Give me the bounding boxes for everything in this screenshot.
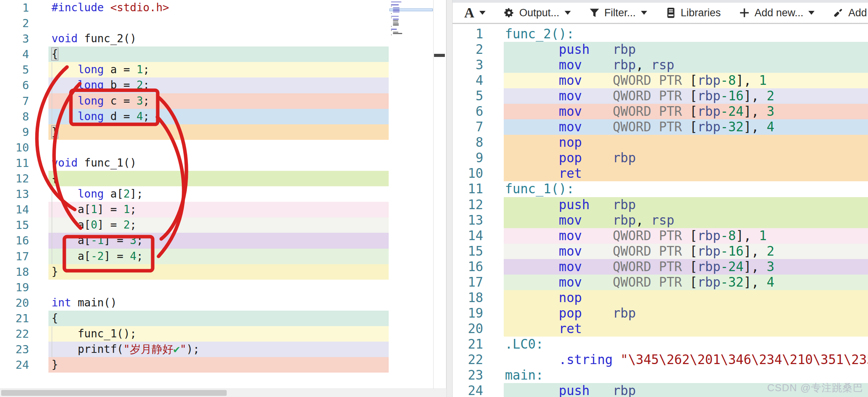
line-number[interactable]: 11: [0, 155, 29, 171]
horizontal-scrollbar[interactable]: [0, 388, 446, 397]
line-number[interactable]: 13: [453, 213, 483, 228]
code-line[interactable]: 11void func_1(): [0, 155, 446, 171]
line-number[interactable]: 2: [0, 15, 29, 31]
code-text[interactable]: #include <stdio.h>: [48, 0, 389, 15]
line-number[interactable]: 1: [0, 0, 29, 15]
code-line[interactable]: 18}: [0, 264, 446, 280]
line-number[interactable]: 15: [453, 244, 483, 259]
asm-line[interactable]: 20 ret: [453, 321, 868, 337]
asm-text[interactable]: nop: [504, 290, 868, 306]
line-number[interactable]: 7: [453, 119, 483, 135]
asm-line[interactable]: 4 mov QWORD PTR [rbp-8], 1: [453, 73, 868, 88]
code-text[interactable]: {: [48, 171, 389, 186]
line-number[interactable]: 14: [0, 202, 29, 217]
code-text[interactable]: void func_1(): [48, 155, 389, 171]
code-text[interactable]: }: [48, 124, 389, 140]
code-text[interactable]: }: [48, 357, 389, 373]
code-text[interactable]: {: [48, 46, 389, 62]
code-text[interactable]: long b = 2;: [48, 77, 389, 93]
asm-line[interactable]: 19 pop rbp: [453, 306, 868, 321]
asm-line[interactable]: 22 .string "\345\262\201\346\234\210\351…: [453, 352, 868, 368]
code-text[interactable]: a[-2] = 4;: [48, 249, 389, 264]
vertical-scrollbar-handle[interactable]: [434, 54, 445, 57]
line-number[interactable]: 6: [0, 77, 29, 93]
code-text[interactable]: func_1();: [48, 326, 389, 342]
code-line[interactable]: 22 func_1();: [0, 326, 446, 342]
code-text[interactable]: long a = 1;: [48, 62, 389, 77]
asm-line[interactable]: 17 mov QWORD PTR [rbp-32], 4: [453, 275, 868, 290]
asm-text[interactable]: nop: [504, 135, 868, 150]
code-text[interactable]: [48, 15, 389, 31]
toolbar-button-add-new[interactable]: Add new...: [739, 7, 815, 19]
code-line[interactable]: 21{: [0, 311, 446, 326]
asm-line[interactable]: 8 nop: [453, 135, 868, 150]
line-number[interactable]: 10: [453, 166, 483, 181]
asm-text[interactable]: .string "\345\262\201\346\234\210\351\23…: [504, 352, 868, 368]
code-line[interactable]: 19: [0, 280, 446, 295]
code-line[interactable]: 17 a[-2] = 4;: [0, 249, 446, 264]
line-number[interactable]: 4: [0, 46, 29, 62]
line-number[interactable]: 12: [453, 197, 483, 213]
asm-line[interactable]: 5 mov QWORD PTR [rbp-16], 2: [453, 88, 868, 104]
line-number[interactable]: 22: [453, 352, 483, 368]
line-number[interactable]: 1: [453, 26, 483, 42]
asm-line[interactable]: 21.LC0:: [453, 337, 868, 352]
code-line[interactable]: 10: [0, 140, 446, 155]
line-number[interactable]: 10: [0, 140, 29, 155]
code-text[interactable]: long c = 3;: [48, 93, 389, 109]
line-number[interactable]: 8: [453, 135, 483, 150]
code-line[interactable]: 24}: [0, 357, 446, 373]
code-line[interactable]: 7 long c = 3;: [0, 93, 446, 109]
asm-text[interactable]: func_1():: [504, 181, 868, 197]
line-number[interactable]: 18: [453, 290, 483, 306]
asm-line[interactable]: 1func_2():: [453, 26, 868, 42]
asm-line[interactable]: 16 mov QWORD PTR [rbp-24], 3: [453, 259, 868, 275]
toolbar-button-font-size[interactable]: A: [464, 5, 486, 21]
line-number[interactable]: 5: [453, 88, 483, 104]
code-line[interactable]: 23 printf("岁月静好✔");: [0, 342, 446, 357]
code-line[interactable]: 6 long b = 2;: [0, 77, 446, 93]
line-number[interactable]: 23: [0, 342, 29, 357]
code-text[interactable]: printf("岁月静好✔");: [48, 342, 389, 357]
asm-line[interactable]: 13 mov rbp, rsp: [453, 213, 868, 228]
line-number[interactable]: 19: [0, 280, 29, 295]
code-line[interactable]: 5 long a = 1;: [0, 62, 446, 77]
code-text[interactable]: long a[2];: [48, 186, 389, 202]
asm-line[interactable]: 6 mov QWORD PTR [rbp-24], 3: [453, 104, 868, 119]
code-line[interactable]: 3void func_2(): [0, 31, 446, 46]
asm-text[interactable]: push rbp: [504, 197, 868, 213]
asm-line[interactable]: 15 mov QWORD PTR [rbp-16], 2: [453, 244, 868, 259]
asm-line[interactable]: 11func_1():: [453, 181, 868, 197]
code-text[interactable]: {: [48, 311, 389, 326]
line-number[interactable]: 23: [453, 368, 483, 383]
code-line[interactable]: 9}: [0, 124, 446, 140]
asm-text[interactable]: mov QWORD PTR [rbp-24], 3: [504, 259, 868, 275]
asm-text[interactable]: mov QWORD PTR [rbp-8], 1: [504, 73, 868, 88]
code-line[interactable]: 13 long a[2];: [0, 186, 446, 202]
code-line[interactable]: 2: [0, 15, 446, 31]
toolbar-button-libraries[interactable]: Libraries: [665, 7, 721, 19]
asm-line[interactable]: 7 mov QWORD PTR [rbp-32], 4: [453, 119, 868, 135]
code-line[interactable]: 8 long d = 4;: [0, 109, 446, 124]
code-line[interactable]: 16 a[-1] = 3;: [0, 233, 446, 248]
asm-text[interactable]: mov rbp, rsp: [504, 213, 868, 228]
code-line[interactable]: 12{: [0, 171, 446, 186]
asm-text[interactable]: mov QWORD PTR [rbp-24], 3: [504, 104, 868, 119]
code-text[interactable]: a[0] = 2;: [48, 217, 389, 233]
asm-text[interactable]: pop rbp: [504, 150, 868, 166]
code-text[interactable]: [48, 280, 389, 295]
line-number[interactable]: 11: [453, 181, 483, 197]
code-line[interactable]: 1#include <stdio.h>: [0, 0, 446, 15]
code-line[interactable]: 20int main(): [0, 295, 446, 311]
asm-line[interactable]: 9 pop rbp: [453, 150, 868, 166]
line-number[interactable]: 3: [453, 57, 483, 73]
line-number[interactable]: 20: [453, 321, 483, 337]
line-number[interactable]: 3: [0, 31, 29, 46]
line-number[interactable]: 24: [453, 383, 483, 397]
line-number[interactable]: 22: [0, 326, 29, 342]
line-number[interactable]: 2: [453, 42, 483, 57]
line-number[interactable]: 9: [453, 150, 483, 166]
line-number[interactable]: 8: [0, 109, 29, 124]
line-number[interactable]: 6: [453, 104, 483, 119]
code-line[interactable]: 14 a[1] = 1;: [0, 202, 446, 217]
